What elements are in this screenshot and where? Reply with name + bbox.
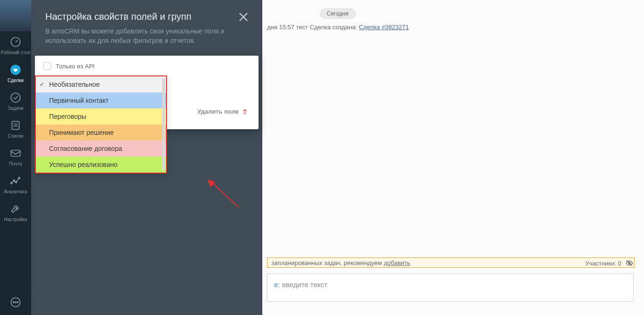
svg-point-11 (15, 302, 16, 303)
svg-line-14 (211, 182, 239, 207)
option-label: Необязательное (49, 81, 100, 88)
participants-info: Участники: 0 (585, 259, 634, 267)
deals-icon (9, 64, 22, 76)
required-stage-dropdown[interactable]: ✓ Необязательное Первичный контакт Перег… (35, 75, 167, 174)
svg-point-2 (11, 93, 20, 102)
sidebar-item-label: Сделки (8, 78, 24, 83)
sidebar-item-mail[interactable]: Почта (0, 142, 31, 170)
sidebar-item-label: Настройки (4, 217, 27, 222)
sidebar-item-deals[interactable]: Сделки (0, 59, 31, 87)
account-logo[interactable] (0, 0, 31, 31)
list-icon (9, 119, 22, 132)
svg-rect-3 (12, 121, 19, 129)
option-label: Переговоры (49, 113, 86, 120)
close-button[interactable] (237, 10, 250, 24)
sidebar: Рабочий стол Сделки Задачи Списки Почта … (0, 0, 31, 315)
api-only-row: Только из API (35, 56, 259, 74)
option-contract[interactable]: Согласование договора (36, 141, 166, 157)
note-prefix: е: (274, 281, 280, 289)
date-chip: Сегодня (320, 8, 356, 19)
sidebar-item-lists[interactable]: Списки (0, 115, 31, 142)
overlay-title: Настройка свойств полей и групп (45, 11, 248, 22)
svg-point-8 (18, 177, 20, 179)
sidebar-item-analytics[interactable]: Аналитика (0, 170, 31, 198)
svg-point-7 (15, 182, 17, 183)
note-input[interactable]: е: введите текст (267, 274, 634, 302)
participants-label: Участники: 0 (585, 260, 621, 267)
mail-icon (9, 147, 22, 159)
recommend-text: запланированных задач, рекомендуем (271, 259, 382, 266)
eye-off-icon[interactable] (625, 259, 634, 267)
chat-icon (9, 296, 22, 308)
close-icon (237, 10, 250, 24)
sidebar-chat[interactable] (0, 289, 31, 315)
delete-field-label: Удалить поле (197, 108, 239, 115)
option-negotiation[interactable]: Переговоры (36, 108, 166, 124)
deal-link[interactable]: Сделка #3823271 (359, 24, 409, 31)
note-placeholder: введите текст (280, 281, 327, 289)
sidebar-item-label: Списки (8, 133, 23, 139)
trash-icon (242, 108, 248, 115)
api-only-label: Только из API (56, 63, 95, 70)
overlay-header: Настройка свойств полей и групп В amoCRM… (31, 0, 262, 54)
option-primary-contact[interactable]: Первичный контакт (36, 92, 166, 108)
sidebar-item-settings[interactable]: Настройки (0, 198, 31, 226)
overlay-subtitle: В amoCRM вы можете добавлять свои уникал… (45, 27, 225, 45)
svg-point-6 (13, 180, 15, 181)
recommend-add-link[interactable]: добавить (384, 259, 410, 266)
settings-overlay: Настройка свойств полей и групп В amoCRM… (31, 0, 262, 315)
option-decision[interactable]: Принимают решение (36, 124, 166, 141)
sidebar-item-tasks[interactable]: Задачи (0, 87, 31, 115)
sidebar-item-label: Рабочий стол (1, 50, 31, 55)
feed-text: дня 15:57 тест Сделка создана: (267, 24, 359, 31)
option-label: Согласование договора (49, 145, 122, 152)
analytics-icon (9, 175, 22, 187)
option-optional[interactable]: ✓ Необязательное (36, 76, 166, 92)
option-label: Первичный контакт (49, 97, 109, 104)
svg-point-12 (17, 302, 18, 303)
check-circle-icon (9, 91, 22, 104)
sidebar-item-dashboard[interactable]: Рабочий стол (0, 31, 31, 59)
sidebar-item-label: Аналитика (4, 189, 27, 194)
option-success[interactable]: Успешно реализовано (36, 157, 166, 173)
option-label: Принимают решение (49, 129, 114, 136)
check-icon: ✓ (40, 81, 44, 88)
svg-point-10 (13, 302, 14, 303)
delete-field-button[interactable]: Удалить поле (197, 108, 248, 115)
option-label: Успешно реализовано (49, 161, 117, 168)
feed-entry: дня 15:57 тест Сделка создана: Сделка #3… (267, 24, 409, 31)
svg-marker-15 (208, 179, 215, 188)
wrench-icon (9, 203, 22, 215)
api-only-checkbox[interactable] (43, 62, 51, 70)
svg-rect-4 (11, 150, 20, 157)
gauge-icon (9, 36, 22, 48)
annotation-arrow-icon (206, 179, 243, 212)
sidebar-item-label: Почта (9, 161, 22, 166)
sidebar-item-label: Задачи (8, 106, 24, 111)
svg-point-5 (11, 182, 12, 184)
recommend-banner: запланированных задач, рекомендуем добав… (267, 257, 635, 268)
